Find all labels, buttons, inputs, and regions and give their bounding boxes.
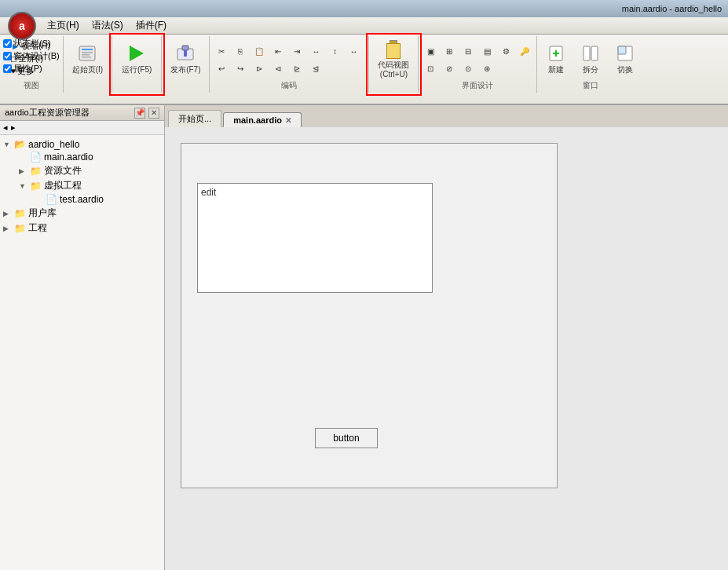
project-tree: ▼ 📂 aardio_hello 📄 main.aardio ▶ 📁 资源文件 … (0, 135, 164, 570)
toolbar-view-section: 状态栏(S) 窗体设计(B) 属性(P) ► 收缩(H) □ 全屏(I) ▾ 更… (0, 36, 64, 93)
tree-item-root[interactable]: ▼ 📂 aardio_hello (0, 138, 164, 151)
view-section-label: 视图 (0, 80, 63, 91)
btn-edit-14[interactable]: ⊴ (308, 61, 324, 75)
edit-section-label: 编码 (210, 80, 368, 91)
btn-new[interactable]: 新建 (542, 42, 570, 78)
toolbar-start-section: 起始页(I) (64, 36, 112, 93)
btn-edit-11[interactable]: ⊳ (251, 61, 267, 75)
btn-edit-12[interactable]: ⊲ (270, 61, 286, 75)
project-panel-header: aardio工程资源管理器 📌 ✕ (0, 105, 164, 121)
new-icon (547, 44, 565, 63)
btn-start-page[interactable]: 起始页(I) (68, 42, 107, 78)
tab-bar: 开始页... main.aardio ✕ (165, 105, 728, 127)
btn-edit-9[interactable]: ↩ (214, 61, 229, 75)
btn-fullscreen[interactable]: □ 全屏(I) (11, 53, 50, 64)
svg-rect-1 (82, 49, 93, 50)
tree-item-userlib[interactable]: ▶ 📁 用户库 (0, 206, 164, 221)
btn-more[interactable]: ▾ 更多 (11, 65, 50, 77)
svg-rect-7 (184, 50, 187, 57)
btn-design-9[interactable]: ⊙ (460, 61, 476, 75)
svg-rect-4 (82, 57, 91, 58)
tab-close-main[interactable]: ✕ (285, 116, 291, 125)
start-page-icon (78, 44, 97, 63)
toolbar-run-section: 运行(F5) (112, 36, 162, 93)
switch-label: 切换 (617, 64, 633, 75)
split-label: 拆分 (583, 64, 598, 75)
btn-design-6[interactable]: 🔑 (517, 44, 532, 58)
btn-split[interactable]: 拆分 (576, 42, 605, 78)
svg-rect-6 (182, 46, 188, 50)
btn-switch[interactable]: 切换 (611, 42, 639, 78)
panel-pin-btn[interactable]: 📌 (134, 108, 145, 119)
btn-design-7[interactable]: ⊡ (423, 61, 438, 75)
btn-collapse[interactable]: ► 收缩(H) (11, 40, 50, 52)
panel-close-btn[interactable]: ✕ (148, 108, 159, 119)
btn-design-1[interactable]: ▣ (423, 44, 438, 58)
run-icon (127, 44, 146, 63)
btn-edit-4[interactable]: ⇤ (270, 44, 286, 58)
tree-item-test[interactable]: 📄 test.aardio (0, 193, 164, 206)
btn-publish[interactable]: 发布(F7) (166, 42, 204, 78)
btn-design-8[interactable]: ⊘ (441, 61, 457, 75)
btn-run[interactable]: 运行(F5) (117, 42, 156, 78)
svg-rect-3 (82, 54, 90, 56)
split-icon (581, 44, 600, 63)
right-area: 开始页... main.aardio ✕ edit button (165, 105, 728, 570)
btn-design-4[interactable]: ▤ (479, 44, 495, 58)
svg-rect-14 (618, 46, 626, 54)
menu-home[interactable]: 主页(H) (41, 17, 86, 34)
toolbar-codeview-section: 代码视图 (Ctrl+U) (369, 36, 419, 93)
btn-code-view[interactable]: 代码视图 (Ctrl+U) (374, 38, 413, 82)
design-surface: edit button (181, 143, 558, 488)
btn-edit-6[interactable]: ↔ (308, 44, 324, 58)
tree-toggle[interactable]: ▼ (3, 141, 14, 148)
tab-main[interactable]: main.aardio ✕ (223, 112, 302, 127)
project-panel-title: aardio工程资源管理器 (5, 107, 90, 119)
btn-design-2[interactable]: ⊞ (441, 44, 457, 58)
menu-syntax[interactable]: 语法(S) (86, 17, 130, 34)
design-button[interactable]: button (315, 428, 378, 448)
btn-edit-10[interactable]: ↪ (232, 61, 248, 75)
tree-nav-forward[interactable]: ▸ (11, 122, 16, 133)
svg-rect-2 (82, 52, 93, 53)
btn-edit-2[interactable]: ⎘ (232, 44, 248, 58)
btn-edit-3[interactable]: 📋 (251, 44, 267, 58)
toolbar-edit-section: ✂ ⎘ 📋 ⇤ ⇥ ↔ ↕ ↔ ↩ ↪ ⊳ ⊲ ⊵ ⊴ 编码 (210, 36, 369, 93)
svg-rect-12 (591, 46, 598, 60)
code-view-icon (384, 40, 403, 59)
btn-edit-5[interactable]: ⇥ (289, 44, 305, 58)
tree-item-project[interactable]: ▶ 📁 工程 (0, 221, 164, 236)
btn-edit-8[interactable]: ↔ (346, 44, 361, 58)
window-section-label: 窗口 (537, 80, 644, 91)
new-label: 新建 (548, 64, 564, 75)
menu-plugins[interactable]: 插件(F) (130, 17, 173, 34)
publish-icon (176, 44, 195, 63)
toolbar-window-section: 新建 拆分 切换 (537, 36, 644, 93)
menu-bar: a 主页(H) 语法(S) 插件(F) (0, 17, 728, 35)
btn-design-3[interactable]: ⊟ (460, 44, 476, 58)
designer-canvas: edit button (165, 127, 728, 570)
toolbar: 状态栏(S) 窗体设计(B) 属性(P) ► 收缩(H) □ 全屏(I) ▾ 更… (0, 35, 728, 105)
btn-edit-13[interactable]: ⊵ (289, 61, 305, 75)
design-section-label: 界面设计 (419, 80, 536, 91)
switch-icon (616, 44, 635, 63)
tree-item-resources[interactable]: ▶ 📁 资源文件 (0, 163, 164, 178)
btn-design-5[interactable]: ⚙ (498, 44, 514, 58)
tab-start[interactable]: 开始页... (168, 110, 221, 127)
btn-edit-7[interactable]: ↕ (327, 44, 342, 58)
svg-rect-11 (583, 46, 590, 60)
panel-header-icons: 📌 ✕ (134, 108, 159, 119)
toolbar-publish-section: 发布(F7) (162, 36, 210, 93)
tree-nav-back[interactable]: ◂ (3, 122, 8, 133)
project-panel: aardio工程资源管理器 📌 ✕ ◂ ▸ ▼ 📂 aardio_hello 📄… (0, 105, 165, 570)
title-bar: main.aardio - aardio_hello (0, 0, 728, 17)
app-body: aardio工程资源管理器 📌 ✕ ◂ ▸ ▼ 📂 aardio_hello 📄… (0, 105, 728, 570)
design-editbox[interactable]: edit (197, 183, 433, 293)
btn-edit-1[interactable]: ✂ (214, 44, 229, 58)
tree-item-main[interactable]: 📄 main.aardio (0, 151, 164, 163)
toolbar-design-section: ▣ ⊞ ⊟ ▤ ⚙ 🔑 ⊡ ⊘ ⊙ ⊛ 界面设计 (419, 36, 537, 93)
tree-item-virtual[interactable]: ▼ 📁 虚拟工程 (0, 178, 164, 193)
title-text: main.aardio - aardio_hello (622, 4, 722, 13)
btn-design-10[interactable]: ⊛ (479, 61, 495, 75)
svg-rect-0 (79, 46, 95, 60)
